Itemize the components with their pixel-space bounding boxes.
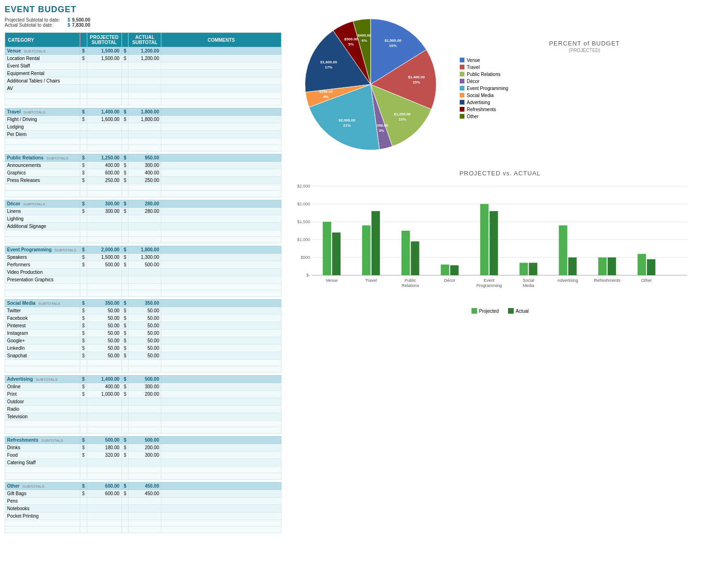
item-name: Presentation Graphics (5, 276, 80, 284)
subtotal-dollar2: $ (122, 300, 129, 307)
legend-color-swatch (460, 72, 464, 76)
x-axis-label: Event (484, 278, 495, 283)
item-dollar1 (80, 505, 87, 513)
item-actual: 450.00 (129, 490, 161, 498)
pie-segment-label: $400.00 (357, 33, 371, 38)
subtotal-actual: 1,200.00 (129, 47, 161, 55)
table-row: Event Staff (5, 62, 281, 70)
item-name: AV (5, 85, 80, 92)
empty-row (5, 360, 281, 366)
projected-dollar: $ (68, 17, 70, 23)
subtotal-dollar1: $ (80, 246, 87, 254)
item-projected: 50.00 (87, 330, 122, 337)
item-dollar1 (80, 413, 87, 421)
item-dollar1: $ (80, 55, 87, 62)
x-axis-label: Other (641, 278, 652, 283)
item-name: Video Production (5, 269, 80, 276)
item-dollar1: $ (80, 352, 87, 360)
empty-row (5, 527, 281, 533)
subtotal-dollar2: $ (122, 246, 129, 254)
subtotal-row-decor: DécorSUBTOTALS $ 300.00 $ 280.00 (5, 200, 281, 208)
item-dollar2: $ (122, 162, 129, 169)
item-dollar2 (122, 406, 129, 413)
subtotal-dollar1: $ (80, 376, 87, 383)
empty-row (5, 427, 281, 434)
subtotal-projected: 600.00 (87, 482, 122, 490)
item-projected (87, 269, 122, 276)
subtotal-dollar1: $ (80, 300, 87, 307)
table-row: Google+ $ 50.00 $ 50.00 (5, 337, 281, 345)
legend-item-décor: Décor (460, 79, 709, 84)
pie-chart-section: $1,500.0016%$1,400.0015%$1,250.0013%$300… (291, 5, 709, 156)
item-name: Additional Tables / Chairs (5, 77, 80, 85)
subtotal-actual: 500.00 (129, 376, 161, 383)
legend-item-other: Other (460, 114, 709, 119)
subtotal-comments (161, 376, 281, 383)
subtotal-name: OtherSUBTOTALS (5, 482, 80, 490)
item-name: Per Diem (5, 131, 80, 138)
item-comments (161, 352, 281, 360)
item-dollar1: $ (80, 452, 87, 459)
page-title: EVENT BUDGET (5, 5, 281, 15)
item-dollar1 (80, 62, 87, 70)
legend-item-refreshments: Refreshments (460, 107, 709, 112)
item-dollar1 (80, 77, 87, 85)
item-actual (129, 498, 161, 505)
empty-row (5, 284, 281, 290)
empty-row (5, 421, 281, 427)
legend-color-swatch (460, 65, 464, 69)
actual-legend-label: Actual (516, 309, 529, 314)
item-projected (87, 513, 122, 520)
item-actual: 500.00 (129, 261, 161, 269)
subtotal-dollar1: $ (80, 437, 87, 444)
item-projected: 600.00 (87, 169, 122, 177)
item-dollar2: $ (122, 330, 129, 337)
actual-color-swatch (508, 308, 514, 314)
item-dollar1 (80, 513, 87, 520)
item-dollar2 (122, 223, 129, 230)
item-actual: 300.00 (129, 383, 161, 391)
item-comments (161, 315, 281, 322)
subtotal-comments (161, 200, 281, 208)
subtotal-dollar2: $ (122, 108, 129, 116)
legend-item-public-relations: Public Relations (460, 72, 709, 77)
bar-actual-refreshments (608, 257, 616, 275)
item-actual: 200.00 (129, 444, 161, 452)
legend-item-advertising: Advertising (460, 100, 709, 105)
item-actual (129, 223, 161, 230)
item-projected: 400.00 (87, 162, 122, 169)
item-dollar1: $ (80, 391, 87, 398)
item-dollar1: $ (80, 307, 87, 315)
item-projected (87, 77, 122, 85)
pie-chart-svg: $1,500.0016%$1,400.0015%$1,250.0013%$300… (291, 5, 450, 155)
item-projected: 180.00 (87, 444, 122, 452)
empty-row (5, 191, 281, 197)
item-name: Performers (5, 261, 80, 269)
item-dollar2: $ (122, 352, 129, 360)
item-actual: 50.00 (129, 337, 161, 345)
legend-label: Travel (467, 65, 479, 70)
item-dollar1: $ (80, 177, 87, 184)
subtotal-name: AdvertisingSUBTOTALS (5, 376, 80, 383)
item-actual: 250.00 (129, 177, 161, 184)
empty-row (5, 473, 281, 480)
budget-table: CATEGORY PROJECTED SUBTOTAL ACTUAL SUBTO… (5, 32, 281, 533)
x-axis-label: Relations (402, 283, 419, 288)
legend-label: Refreshments (467, 107, 496, 112)
legend-item-travel: Travel (460, 65, 709, 70)
projected-legend-label: Projected (479, 309, 499, 314)
header-dollar2 (122, 33, 129, 47)
item-dollar2: $ (122, 208, 129, 215)
item-name: Catering Staff (5, 459, 80, 467)
header-dollar1 (80, 33, 87, 47)
bar-actual-venue (332, 233, 341, 275)
subtotal-dollar1: $ (80, 154, 87, 162)
item-dollar1: $ (80, 315, 87, 322)
item-dollar2 (122, 131, 129, 138)
item-name: Pens (5, 498, 80, 505)
item-name: Snapchat (5, 352, 80, 360)
table-row: Press Releases $ 250.00 $ 250.00 (5, 177, 281, 184)
item-actual: 50.00 (129, 345, 161, 352)
item-dollar2: $ (122, 444, 129, 452)
item-comments (161, 177, 281, 184)
